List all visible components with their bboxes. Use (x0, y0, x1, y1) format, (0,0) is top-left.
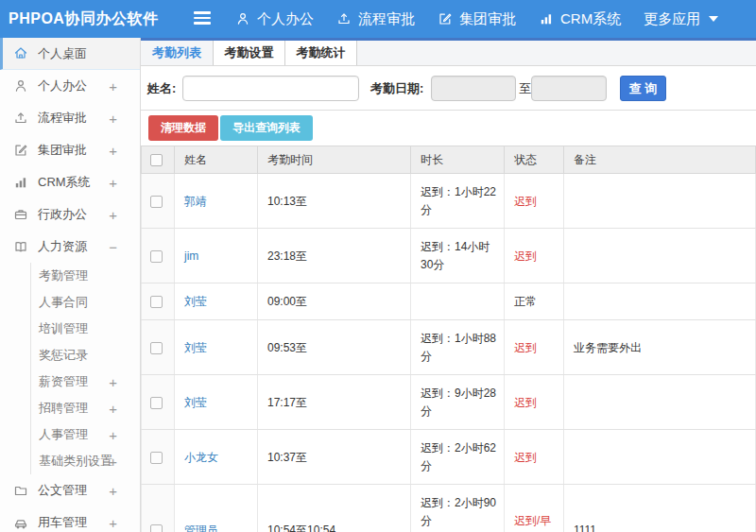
attendance-time-cell: 10:37至 (258, 430, 411, 485)
status-cell: 迟到 (505, 174, 564, 229)
workflow-icon (336, 11, 352, 26)
sidebar-subitem-3[interactable]: 奖惩记录 (31, 342, 140, 369)
sidebar-item-0[interactable]: 个人桌面 (0, 38, 140, 70)
expand-toggle-icon[interactable]: + (109, 374, 117, 390)
table-header-row: 姓名 考勤时间 时长 状态 备注 (142, 146, 756, 174)
expand-toggle-icon[interactable]: + (109, 483, 117, 499)
attendance-table: 姓名 考勤时间 时长 状态 备注 郭靖10:13至迟到：1小时22分迟到jim2… (141, 146, 756, 532)
select-all-checkbox[interactable] (150, 154, 163, 166)
sidebar-subitem-4[interactable]: 薪资管理+ (31, 369, 140, 395)
row-checkbox[interactable] (150, 452, 163, 464)
table-row: 郭靖10:13至迟到：1小时22分迟到 (142, 174, 756, 229)
expand-toggle-icon[interactable]: + (109, 143, 117, 159)
sidebar-item-4[interactable]: CRM系统+ (0, 166, 140, 198)
sidebar-subitem-7[interactable]: 基础类别设置+ (31, 448, 140, 474)
sidebar-item-2[interactable]: 流程审批+ (0, 102, 140, 134)
topnav-item-3[interactable]: CRM系统 (539, 10, 621, 28)
column-header-status: 状态 (505, 146, 564, 174)
sidebar-subitem-6[interactable]: 人事管理+ (31, 421, 140, 448)
expand-toggle-icon[interactable]: + (109, 454, 117, 470)
status-cell: 迟到/早退 (505, 485, 564, 532)
workflow-icon (13, 111, 29, 127)
expand-toggle-icon[interactable]: + (109, 175, 117, 191)
home-icon (13, 45, 29, 61)
topbar: PHPOA协同办公软件 个人办公流程审批集团审批CRM系统更多应用 (0, 0, 756, 38)
topnav-item-label: 流程审批 (358, 10, 415, 28)
sidebar-subitem-2[interactable]: 培训管理 (31, 316, 140, 342)
chart-icon (539, 11, 554, 26)
employee-name-link[interactable]: jim (184, 249, 198, 263)
employee-name-link[interactable]: 刘莹 (184, 341, 207, 354)
sidebar-item-label: 用车管理 (38, 514, 87, 531)
expand-toggle-icon[interactable]: + (109, 78, 117, 94)
employee-name-link[interactable]: 管理员 (184, 523, 218, 532)
expand-toggle-icon[interactable]: + (109, 401, 117, 417)
row-checkbox[interactable] (150, 342, 163, 354)
row-checkbox[interactable] (150, 524, 163, 532)
duration-line: 迟到：9小时28分 (421, 385, 498, 420)
sidebar-item-7[interactable]: 公文管理+ (0, 474, 140, 506)
edit-icon (13, 143, 29, 159)
topnav-item-4[interactable]: 更多应用 (644, 10, 718, 28)
date-to-input[interactable] (531, 76, 607, 101)
car-icon (13, 515, 29, 531)
sidebar-subitem-1[interactable]: 人事合同 (31, 289, 140, 316)
sidebar: 个人桌面个人办公+流程审批+集团审批+CRM系统+行政办公+人力资源−考勤管理人… (0, 38, 141, 532)
topnav-item-label: 更多应用 (644, 10, 700, 28)
sidebar-subitem-5[interactable]: 招聘管理+ (31, 395, 140, 421)
topnav-item-1[interactable]: 流程审批 (336, 10, 415, 28)
employee-name-link[interactable]: 小龙女 (184, 451, 218, 464)
sidebar-item-label: 集团审批 (38, 142, 87, 159)
status-cell: 迟到 (505, 430, 564, 485)
note-cell (564, 174, 756, 229)
expand-toggle-icon[interactable]: + (109, 427, 117, 443)
expand-toggle-icon[interactable]: + (109, 515, 117, 531)
expand-toggle-icon[interactable]: + (109, 111, 117, 127)
attendance-time-cell: 17:17至 (258, 375, 411, 430)
sidebar-item-6[interactable]: 人力资源− (0, 231, 140, 263)
note-cell: 业务需要外出 (564, 320, 756, 375)
row-checkbox[interactable] (150, 397, 163, 409)
tab-attendance-settings[interactable]: 考勤设置 (213, 41, 285, 65)
name-input[interactable] (182, 76, 359, 101)
duration-cell: 迟到：2小时62分 (411, 430, 505, 485)
sidebar-subitem-0[interactable]: 考勤管理 (31, 263, 140, 289)
expand-toggle-icon[interactable]: − (109, 239, 117, 255)
duration-cell: 迟到：14小时30分 (411, 229, 505, 283)
sidebar-item-8[interactable]: 用车管理+ (0, 506, 140, 532)
duration-line: 迟到：2小时62分 (421, 439, 498, 475)
row-checkbox[interactable] (150, 196, 163, 208)
sidebar-item-label: 公文管理 (38, 482, 87, 499)
topnav-item-0[interactable]: 个人办公 (235, 10, 314, 28)
sidebar-item-1[interactable]: 个人办公+ (0, 70, 140, 102)
expand-toggle-icon[interactable]: + (109, 207, 117, 223)
row-checkbox[interactable] (150, 250, 163, 263)
topnav-item-2[interactable]: 集团审批 (438, 10, 516, 28)
tab-attendance-list[interactable]: 考勤列表 (141, 41, 214, 65)
chart-icon (13, 175, 29, 191)
search-button[interactable]: 查 询 (620, 76, 666, 101)
employee-name-link[interactable]: 刘莹 (184, 295, 207, 308)
sidebar-item-5[interactable]: 行政办公+ (0, 198, 140, 231)
sidebar-subitem-label: 奖惩记录 (39, 347, 88, 364)
caret-down-icon (709, 16, 718, 22)
hamburger-menu-icon[interactable] (194, 11, 211, 26)
employee-name-link[interactable]: 刘莹 (184, 396, 207, 409)
attendance-time-cell: 23:18至 (258, 229, 411, 283)
row-checkbox[interactable] (150, 296, 163, 308)
sidebar-subitem-label: 招聘管理 (39, 400, 88, 417)
date-label: 考勤日期: (370, 66, 423, 111)
name-label: 姓名: (147, 66, 176, 111)
date-from-input[interactable] (431, 76, 516, 101)
employee-name-link[interactable]: 郭靖 (184, 195, 207, 208)
tab-attendance-stats[interactable]: 考勤统计 (284, 41, 357, 65)
sidebar-item-3[interactable]: 集团审批+ (0, 134, 140, 166)
clean-data-button[interactable]: 清理数据 (148, 115, 218, 141)
table-row: 刘莹09:00至正常 (142, 283, 756, 320)
sidebar-item-label: 个人办公 (38, 77, 87, 94)
sidebar-item-label: 个人桌面 (38, 45, 87, 62)
sidebar-item-label: 人力资源 (38, 238, 87, 255)
column-header-duration: 时长 (411, 146, 505, 174)
sidebar-subitem-label: 人事合同 (39, 294, 88, 311)
export-list-button[interactable]: 导出查询列表 (220, 115, 313, 141)
